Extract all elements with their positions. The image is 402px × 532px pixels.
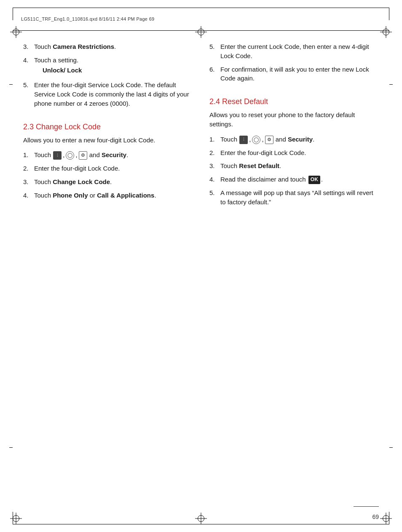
s24-item-1-num: 1. bbox=[209, 135, 219, 144]
s23-item-4-content: Touch Phone Only or Call & Applications. bbox=[34, 191, 193, 200]
page-number: 69 bbox=[372, 513, 379, 520]
reg-mark-bottom-center bbox=[197, 514, 205, 523]
left-item-3-num: 3. bbox=[23, 42, 32, 51]
s24-item-1: 1. Touch ⋮,◯,⚙ and Security. bbox=[209, 135, 379, 144]
icon-circle-1: ◯ bbox=[66, 151, 74, 160]
left-item-3-pre: Touch bbox=[34, 43, 53, 50]
page-divider bbox=[354, 506, 379, 507]
s24-item-1-and: and bbox=[274, 136, 288, 143]
s24-item-3-content: Touch Reset Default. bbox=[220, 161, 379, 171]
comma-3: , bbox=[249, 136, 251, 143]
s23-item-4-phone-only: Phone Only bbox=[53, 192, 88, 199]
left-item-4: 4. Touch a setting. Unlock/ Lock bbox=[23, 56, 193, 77]
s23-item-3-post: . bbox=[110, 178, 112, 185]
s24-item-2-num: 2. bbox=[209, 148, 219, 158]
margin-mark-right-top bbox=[389, 84, 393, 85]
section-23-heading: 2.3 Change Lock Code bbox=[23, 123, 193, 131]
right-item-6: 6. For confirmation, it will ask you to … bbox=[209, 65, 379, 83]
s23-item-4-post: . bbox=[154, 192, 156, 199]
s23-item-1-num: 1. bbox=[23, 150, 32, 160]
icon-gear-1: ⚙ bbox=[79, 151, 87, 160]
right-item-6-num: 6. bbox=[209, 65, 219, 83]
s23-item-1-pre: Touch bbox=[34, 151, 53, 158]
s24-item-4-pre: Read the disclaimer and touch bbox=[220, 176, 308, 183]
comma-4: , bbox=[262, 136, 263, 143]
s24-item-2-content: Enter the four-digit Lock Code. bbox=[220, 148, 379, 158]
left-item-4-num: 4. bbox=[23, 56, 32, 77]
section-24-heading: 2.4 Reset Default bbox=[209, 97, 379, 106]
header-bar: LG511C_TRF_Eng1.0_110816.qxd 8/16/11 2:4… bbox=[13, 8, 389, 31]
s23-item-3-pre: Touch bbox=[34, 178, 53, 185]
left-item-4-content: Touch a setting. Unlock/ Lock bbox=[34, 56, 193, 77]
left-item-3-content: Touch Camera Restrictions. bbox=[34, 42, 193, 51]
right-item-5: 5. Enter the current Lock Code, then ent… bbox=[209, 42, 379, 61]
margin-mark-left-bottom bbox=[9, 447, 13, 448]
left-item-4-text: Touch a setting. bbox=[34, 56, 78, 64]
s23-item-2-num: 2. bbox=[23, 164, 32, 173]
s23-item-4: 4. Touch Phone Only or Call & Applicatio… bbox=[23, 191, 193, 200]
left-item-3: 3. Touch Camera Restrictions. bbox=[23, 42, 193, 51]
s23-item-4-pre: Touch bbox=[34, 192, 53, 199]
s24-item-3-post: . bbox=[279, 162, 281, 169]
content-area: 3. Touch Camera Restrictions. 4. Touch a… bbox=[23, 42, 379, 498]
right-item-5-num: 5. bbox=[209, 42, 219, 61]
s23-item-1: 1. Touch ⋮,◯,⚙ and Security. bbox=[23, 150, 193, 160]
comma-2: , bbox=[75, 151, 77, 158]
left-item-5: 5. Enter the four-digit Service Lock Cod… bbox=[23, 80, 193, 108]
right-item-5-content: Enter the current Lock Code, then enter … bbox=[220, 42, 379, 61]
s24-item-3-pre: Touch bbox=[220, 162, 239, 169]
icon-gear-2: ⚙ bbox=[265, 136, 273, 144]
left-item-3-bold: Camera Restrictions bbox=[53, 43, 114, 50]
left-item-5-num: 5. bbox=[23, 80, 32, 108]
s24-item-4: 4. Read the disclaimer and touch OK. bbox=[209, 175, 379, 184]
s23-item-1-and: and bbox=[88, 151, 102, 158]
s23-item-4-num: 4. bbox=[23, 191, 32, 200]
s24-item-5: 5. A message will pop up that says “All … bbox=[209, 188, 379, 207]
icon-menu-dots-1: ⋮ bbox=[53, 151, 62, 160]
s23-item-1-post: . bbox=[126, 151, 128, 158]
s24-item-5-content: A message will pop up that says “All set… bbox=[220, 188, 379, 207]
margin-mark-left-top bbox=[9, 84, 13, 85]
s24-item-2: 2. Enter the four-digit Lock Code. bbox=[209, 148, 379, 158]
s24-item-4-post: . bbox=[321, 176, 323, 183]
s23-item-3-content: Touch Change Lock Code. bbox=[34, 177, 193, 187]
s23-item-1-security: Security bbox=[102, 151, 126, 158]
s24-item-4-content: Read the disclaimer and touch OK. bbox=[220, 175, 379, 184]
reg-mark-bottom-right bbox=[382, 514, 390, 523]
icon-circle-2: ◯ bbox=[252, 136, 260, 144]
section-23-desc: Allows you to enter a new four-digit Loc… bbox=[23, 136, 193, 145]
s24-item-1-post: . bbox=[313, 136, 314, 143]
ok-button-icon: OK bbox=[308, 176, 320, 184]
s23-item-3: 3. Touch Change Lock Code. bbox=[23, 177, 193, 187]
s24-item-1-pre: Touch bbox=[220, 136, 239, 143]
s24-item-3: 3. Touch Reset Default. bbox=[209, 161, 379, 171]
reg-mark-bottom-left bbox=[12, 514, 20, 523]
s23-item-3-bold: Change Lock Code bbox=[53, 178, 110, 185]
comma-1: , bbox=[63, 151, 64, 158]
header-text: LG511C_TRF_Eng1.0_110816.qxd 8/16/11 2:4… bbox=[21, 16, 154, 21]
icon-menu-dots-2: ⋮ bbox=[239, 136, 248, 144]
s23-item-2: 2. Enter the four-digit Lock Code. bbox=[23, 164, 193, 173]
s23-item-1-content: Touch ⋮,◯,⚙ and Security. bbox=[34, 150, 193, 160]
s23-item-2-content: Enter the four-digit Lock Code. bbox=[34, 164, 193, 173]
margin-mark-right-bottom bbox=[389, 447, 393, 448]
s24-item-4-num: 4. bbox=[209, 175, 219, 184]
s24-item-3-bold: Reset Default bbox=[239, 162, 279, 169]
s23-item-4-or: or bbox=[88, 192, 97, 199]
s23-item-4-call-apps: Call & Applications bbox=[97, 192, 154, 199]
s24-item-5-num: 5. bbox=[209, 188, 219, 207]
s24-item-3-num: 3. bbox=[209, 161, 219, 171]
s23-item-3-num: 3. bbox=[23, 177, 32, 187]
s24-item-1-content: Touch ⋮,◯,⚙ and Security. bbox=[220, 135, 379, 144]
left-item-4-subtext: Unlock/ Lock bbox=[34, 66, 193, 75]
left-item-5-content: Enter the four-digit Service Lock Code. … bbox=[34, 80, 193, 108]
s24-item-1-security: Security bbox=[288, 136, 313, 143]
left-item-3-post: . bbox=[114, 43, 116, 50]
right-item-6-content: For confirmation, it will ask you to ent… bbox=[220, 65, 379, 83]
section-24-desc: Allows you to reset your phone to the fa… bbox=[209, 110, 379, 129]
right-column: 5. Enter the current Lock Code, then ent… bbox=[209, 42, 379, 498]
left-column: 3. Touch Camera Restrictions. 4. Touch a… bbox=[23, 42, 193, 498]
